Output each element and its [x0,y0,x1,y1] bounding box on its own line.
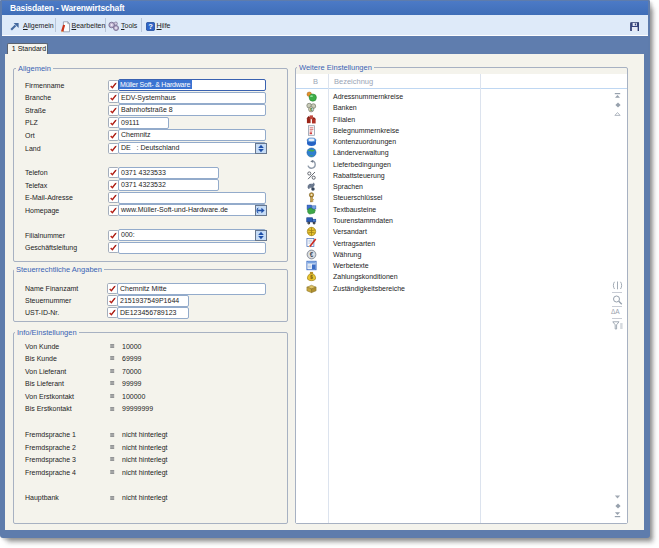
svg-text:€: € [309,251,313,258]
svg-text:?: ? [148,22,153,31]
